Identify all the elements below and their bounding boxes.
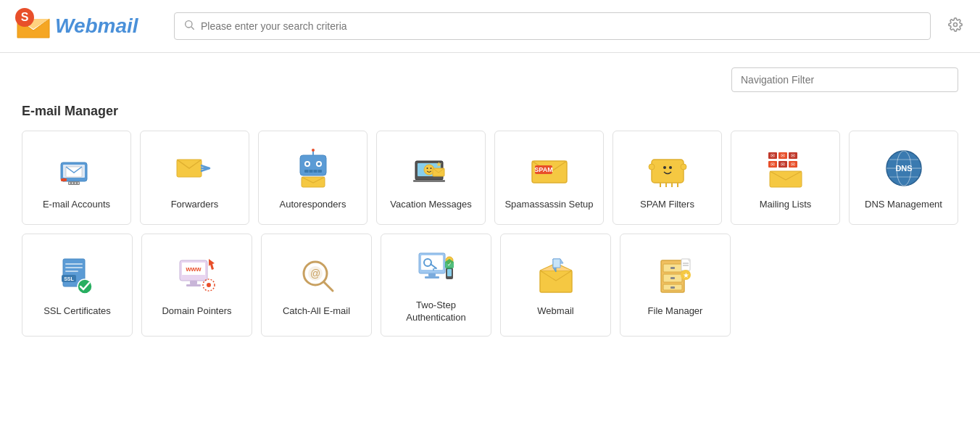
file-manager-label: File Manager — [648, 305, 703, 318]
search-input[interactable] — [201, 20, 921, 32]
card-two-step-auth[interactable]: ✓ Two-Step Authentication — [381, 234, 491, 337]
search-bar[interactable] — [174, 12, 931, 40]
ssl-certificates-icon: SSL — [54, 252, 101, 298]
svg-rect-82 — [190, 281, 197, 284]
webmail-label: Webmail — [537, 305, 573, 318]
card-row-1: E-mail Accounts Forwarders — [22, 131, 958, 225]
card-mailing-lists[interactable]: ✉ ✉ ✉ ✉ ✉ ✉ Mailing Lists — [731, 131, 840, 225]
svg-text:✉: ✉ — [771, 162, 775, 167]
svg-rect-74 — [65, 271, 78, 272]
section-title: E-mail Manager — [22, 104, 958, 119]
nav-filter-row — [22, 67, 958, 92]
email-accounts-label: E-mail Accounts — [43, 199, 110, 211]
domain-pointers-label: Domain Pointers — [162, 305, 231, 318]
svg-point-43 — [660, 162, 675, 177]
email-accounts-icon — [54, 145, 100, 191]
card-row-2: SSL SSL Certificates www — [22, 234, 958, 337]
two-step-auth-label: Two-Step Authentication — [389, 300, 483, 324]
svg-line-5 — [191, 27, 194, 30]
svg-point-45 — [669, 166, 672, 169]
svg-text:✉: ✉ — [791, 153, 795, 158]
card-forwarders[interactable]: Forwarders — [140, 131, 249, 225]
svg-text:SPAM: SPAM — [534, 166, 552, 173]
svg-text:✉: ✉ — [771, 153, 775, 158]
spam-filters-icon — [644, 145, 691, 191]
card-spam-filters[interactable]: SPAM Filters — [612, 131, 722, 225]
svg-text:★: ★ — [436, 160, 442, 168]
catch-all-icon: @ — [294, 252, 340, 298]
svg-rect-72 — [65, 263, 83, 265]
card-webmail[interactable]: Webmail — [500, 234, 611, 337]
spam-filters-label: SPAM Filters — [640, 199, 694, 211]
svg-marker-84 — [209, 259, 215, 270]
dns-management-icon: DNS — [881, 145, 927, 191]
card-catch-all-email[interactable]: @ Catch-All E-mail — [261, 234, 372, 337]
svg-rect-81 — [182, 275, 205, 277]
svg-rect-83 — [186, 284, 201, 286]
svg-rect-98 — [425, 276, 439, 278]
svg-line-90 — [324, 282, 333, 291]
card-email-accounts[interactable]: E-mail Accounts — [22, 131, 131, 225]
svg-rect-73 — [65, 267, 83, 268]
svg-point-44 — [663, 166, 666, 169]
spamassassin-icon: SPAM — [526, 145, 573, 191]
forwarders-label: Forwarders — [171, 199, 219, 211]
svg-point-11 — [69, 182, 70, 183]
vacation-messages-icon: ★ — [408, 145, 454, 191]
svg-point-23 — [317, 162, 320, 165]
svg-point-47 — [681, 164, 686, 170]
svg-point-46 — [649, 164, 655, 170]
dns-management-label: DNS Management — [865, 199, 942, 211]
vacation-messages-label: Vacation Messages — [390, 199, 472, 211]
svg-rect-97 — [428, 273, 436, 276]
svg-text:www: www — [185, 265, 202, 273]
card-dns-management[interactable]: DNS DNS Management — [849, 131, 958, 225]
logo-text: Webmail — [55, 15, 138, 38]
card-autoresponders[interactable]: Autoresponders — [258, 131, 368, 225]
card-spamassassin[interactable]: SPAM Spamassassin Setup — [494, 131, 604, 225]
file-manager-icon: ★ — [652, 252, 699, 298]
card-domain-pointers[interactable]: www Domain Pointers — [141, 234, 252, 337]
svg-marker-106 — [553, 259, 560, 268]
svg-point-21 — [306, 162, 309, 165]
card-file-manager[interactable]: ★ File Manager — [620, 234, 731, 337]
svg-point-14 — [78, 182, 79, 183]
svg-text:@: @ — [310, 268, 320, 279]
ssl-certificates-label: SSL Certificates — [43, 305, 111, 318]
svg-point-29 — [312, 149, 315, 152]
spacer-1 — [739, 234, 844, 337]
autoresponders-icon — [290, 145, 336, 191]
spamassassin-label: Spamassassin Setup — [504, 199, 593, 211]
two-step-auth-icon: ✓ — [413, 246, 460, 292]
catch-all-label: Catch-All E-mail — [283, 305, 350, 318]
svg-rect-109 — [670, 267, 675, 269]
svg-point-16 — [62, 178, 65, 181]
svg-text:✉: ✉ — [791, 162, 795, 167]
svg-point-4 — [186, 21, 192, 28]
svg-point-13 — [75, 182, 76, 183]
svg-rect-101 — [447, 269, 452, 276]
svg-text:✉: ✉ — [781, 162, 785, 167]
nav-filter-input[interactable] — [731, 67, 958, 92]
card-ssl-certificates[interactable]: SSL SSL Certificates — [22, 234, 133, 337]
autoresponders-label: Autoresponders — [280, 199, 346, 211]
svg-text:★: ★ — [682, 271, 689, 279]
svg-point-12 — [72, 182, 73, 183]
logo-icon: S — [14, 7, 52, 45]
svg-text:DNS: DNS — [895, 164, 912, 173]
search-icon — [183, 19, 195, 33]
svg-point-35 — [430, 168, 431, 169]
svg-text:✉: ✉ — [781, 153, 785, 158]
settings-button[interactable] — [945, 15, 966, 38]
forwarders-icon — [172, 145, 218, 191]
svg-point-34 — [426, 168, 428, 169]
logo-area: S Webmail — [14, 7, 159, 45]
main-content: E-mail Manager — [0, 53, 980, 360]
card-vacation-messages[interactable]: ★ Vacation Messages — [376, 131, 486, 225]
svg-text:S: S — [21, 11, 29, 23]
svg-text:SSL: SSL — [64, 276, 74, 281]
svg-rect-111 — [670, 277, 675, 279]
svg-rect-113 — [670, 286, 675, 289]
mailing-lists-icon: ✉ ✉ ✉ ✉ ✉ ✉ — [763, 145, 809, 191]
svg-text:✓: ✓ — [447, 261, 452, 268]
